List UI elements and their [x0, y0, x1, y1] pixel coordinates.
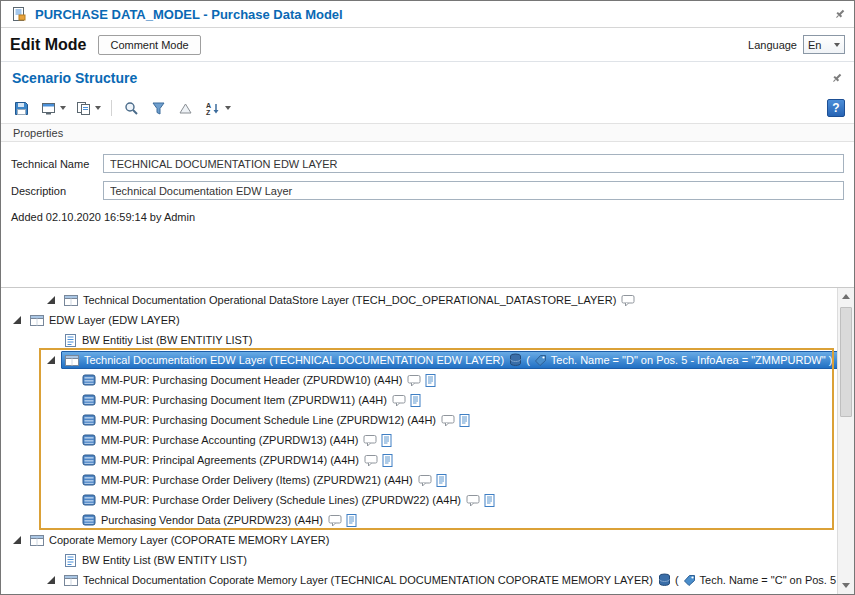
adso-icon	[82, 434, 96, 446]
scenario-toolbar: AZ ?	[1, 93, 854, 123]
list-icon	[64, 554, 77, 567]
comment-icon	[466, 494, 480, 507]
expander-icon[interactable]	[47, 576, 55, 584]
copy-button[interactable]	[72, 99, 103, 118]
tree-node-label: EDW Layer (EDW LAYER)	[49, 314, 180, 326]
document-icon	[382, 454, 393, 467]
expander-icon[interactable]	[13, 536, 21, 544]
edit-mode-label: Edit Mode	[10, 36, 86, 54]
comment-mode-button[interactable]: Comment Mode	[98, 35, 200, 55]
adso-icon	[82, 474, 96, 486]
tree-node-label: MM-PUR: Purchasing Document Header (ZPUR…	[101, 374, 402, 386]
tree-row[interactable]: BW Entity List (BW ENTITY LIST)	[1, 550, 854, 570]
chevron-down-icon[interactable]	[60, 106, 66, 110]
layer-icon	[64, 294, 78, 307]
tree-node-label: BW Entity List (BW ENTITY LIST)	[82, 554, 247, 566]
description-label: Description	[11, 185, 103, 197]
chevron-down-icon	[834, 43, 840, 47]
comment-icon	[407, 374, 421, 387]
tree-node-label: Technical Documentation Coporate Memory …	[83, 574, 653, 586]
document-icon	[410, 394, 421, 407]
document-icon	[425, 594, 436, 595]
copy-icon	[76, 101, 91, 116]
tree-row[interactable]: MM-PUR: Purchase Order Delivery (Items) …	[1, 470, 854, 490]
layer-icon	[64, 574, 78, 587]
language-select[interactable]: En	[803, 35, 845, 54]
expander-icon[interactable]	[47, 356, 55, 364]
layer-icon	[30, 534, 44, 547]
tag-icon	[534, 354, 547, 367]
tree-node-label: MM-PUR: Purchasing Document Item (ZPURDW…	[101, 394, 387, 406]
comment-icon	[407, 594, 421, 595]
language-label: Language	[748, 39, 797, 51]
save-icon	[14, 101, 29, 116]
screen-icon	[41, 101, 56, 116]
scenario-panel-header: Scenario Structure	[1, 61, 854, 93]
mode-bar: Edit Mode Comment Mode Language En	[1, 28, 854, 61]
document-icon	[459, 414, 470, 427]
expand-button[interactable]	[174, 99, 197, 118]
expander-icon[interactable]	[13, 316, 21, 324]
list-icon	[64, 334, 77, 347]
sort-icon: AZ	[205, 101, 221, 116]
tree-node-label: MM-PUR: Purchase Accounting (ZPURDW13) (…	[101, 434, 358, 446]
arrow-down-icon	[842, 583, 850, 588]
zoom-button[interactable]	[120, 99, 143, 118]
tree-row[interactable]: EDW Layer (EDW LAYER)	[1, 310, 854, 330]
tree-node-label: Technical Documentation EDW Layer (TECHN…	[84, 354, 504, 366]
tree-node-label: BW Entitiy List (BW ENTITIY LIST)	[82, 334, 252, 346]
tree-row[interactable]: MM-PUR: Purchasing Document Header (ZPUR…	[1, 590, 854, 594]
tree-row[interactable]: MM-PUR: Purchase Order Delivery (Schedul…	[1, 490, 854, 510]
tree-row[interactable]: Purchasing Vendor Data (ZPURDW23) (A4H)	[1, 510, 854, 530]
scroll-up-button[interactable]	[838, 288, 854, 305]
adso-icon	[82, 514, 96, 526]
document-icon	[381, 434, 392, 447]
technical-name-input[interactable]	[103, 154, 844, 173]
properties-tab-label: Properties	[13, 127, 63, 139]
title-bar: PURCHASE DATA_MODEL - Purchase Data Mode…	[1, 1, 854, 28]
tree-row[interactable]: Technical Documentation Coporate Memory …	[1, 570, 854, 590]
sort-button[interactable]: AZ	[201, 99, 233, 118]
scrollbar-thumb[interactable]	[840, 307, 852, 417]
comment-icon	[392, 394, 406, 407]
tree-row[interactable]: Coporate Memory Layer (COPORATE MEMORY L…	[1, 530, 854, 550]
scroll-down-button[interactable]	[838, 577, 854, 594]
pin-icon[interactable]	[831, 72, 843, 84]
zoom-icon	[124, 101, 139, 116]
comment-icon	[363, 434, 377, 447]
properties-form: Technical Name Description	[1, 142, 854, 200]
toolbar-separator	[111, 100, 112, 116]
comment-icon	[418, 474, 432, 487]
comment-icon	[328, 514, 342, 527]
tree-row[interactable]: MM-PUR: Purchase Accounting (ZPURDW13) (…	[1, 430, 854, 450]
tree-node-label: MM-PUR: Purchase Order Delivery (Items) …	[101, 474, 413, 486]
layer-icon	[30, 314, 44, 327]
tree-row[interactable]: Technical Documentation EDW Layer (TECHN…	[1, 350, 854, 370]
tree-row[interactable]: MM-PUR: Purchasing Document Schedule Lin…	[1, 410, 854, 430]
expander-icon[interactable]	[47, 296, 55, 304]
tag-icon	[683, 574, 696, 587]
document-icon	[346, 514, 357, 527]
arrow-up-icon	[842, 294, 850, 299]
window-title: PURCHASE DATA_MODEL - Purchase Data Mode…	[35, 7, 343, 22]
tree-row[interactable]: MM-PUR: Principal Agreements (ZPURDW14) …	[1, 450, 854, 470]
chevron-down-icon[interactable]	[225, 106, 231, 110]
tree-rows: Technical Documentation Operational Data…	[1, 288, 854, 594]
vertical-scrollbar[interactable]	[837, 288, 854, 594]
view-options-button[interactable]	[37, 99, 68, 118]
tree-row[interactable]: MM-PUR: Purchasing Document Header (ZPUR…	[1, 370, 854, 390]
tree-row[interactable]: MM-PUR: Purchasing Document Item (ZPURDW…	[1, 390, 854, 410]
save-button[interactable]	[10, 99, 33, 118]
description-input[interactable]	[103, 181, 844, 200]
scenario-tree: Technical Documentation Operational Data…	[1, 287, 854, 594]
scrollbar-track[interactable]	[838, 305, 854, 577]
expand-icon	[178, 101, 193, 116]
filter-button[interactable]	[147, 99, 170, 118]
svg-text:A: A	[206, 102, 211, 109]
adso-icon	[82, 454, 96, 466]
pin-icon[interactable]	[834, 8, 846, 20]
tree-row[interactable]: BW Entitiy List (BW ENTITIY LIST)	[1, 330, 854, 350]
help-button[interactable]: ?	[827, 99, 845, 117]
chevron-down-icon[interactable]	[95, 106, 101, 110]
tree-row[interactable]: Technical Documentation Operational Data…	[1, 290, 854, 310]
